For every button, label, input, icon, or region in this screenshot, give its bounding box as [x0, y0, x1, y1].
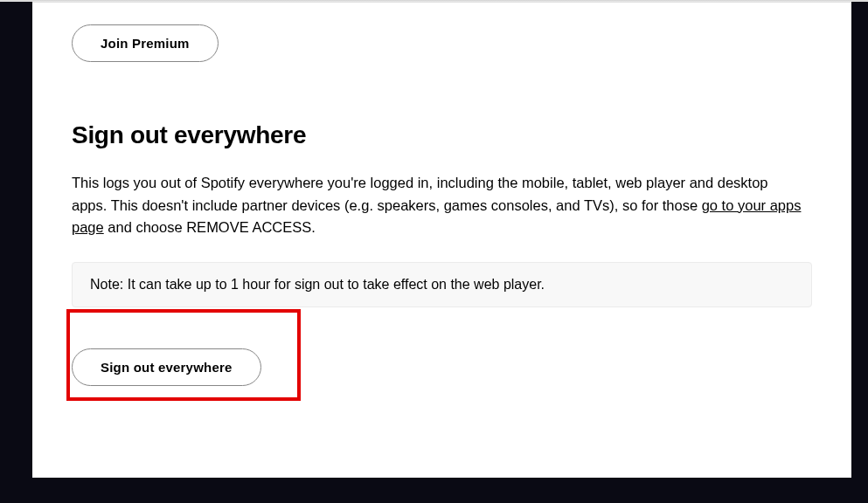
content-panel: Join Premium Sign out everywhere This lo…: [32, 2, 851, 478]
desc-text-1: This logs you out of Spotify everywhere …: [72, 175, 768, 213]
note-box: Note: It can take up to 1 hour for sign …: [72, 262, 812, 307]
sign-out-heading: Sign out everywhere: [72, 121, 812, 149]
join-premium-button[interactable]: Join Premium: [72, 24, 219, 62]
desc-text-2: and choose REMOVE ACCESS.: [104, 219, 316, 235]
sign-out-description: This logs you out of Spotify everywhere …: [72, 172, 806, 239]
sign-out-everywhere-button[interactable]: Sign out everywhere: [72, 348, 261, 386]
